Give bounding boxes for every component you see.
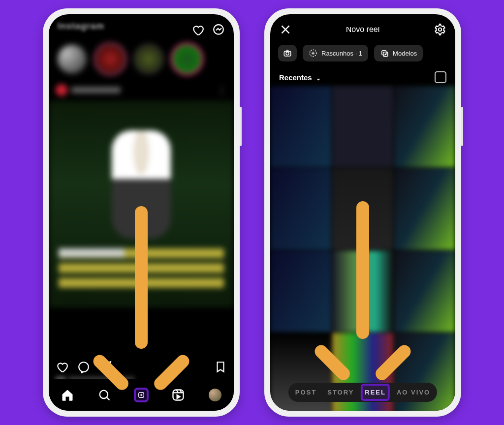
svg-rect-4	[173, 390, 184, 400]
phone-left: Instagram ⋮	[43, 8, 240, 417]
gallery-section-header: Recentes ⌄	[270, 67, 455, 86]
mode-reel[interactable]: REEL	[365, 389, 386, 396]
post-media[interactable]	[49, 101, 234, 307]
gallery-tile[interactable]	[394, 251, 455, 332]
templates-label: Modelos	[393, 50, 417, 57]
svg-point-2	[99, 391, 107, 398]
nav-create-icon[interactable]	[134, 388, 149, 402]
instagram-logo[interactable]: Instagram	[58, 21, 104, 31]
highlight-box	[361, 384, 390, 401]
settings-gear-icon[interactable]	[434, 23, 446, 36]
comment-icon[interactable]	[77, 361, 90, 373]
story-avatar[interactable]	[57, 44, 87, 74]
story-avatar[interactable]	[95, 44, 126, 74]
phone-notch	[114, 14, 168, 27]
stories-tray[interactable]	[49, 37, 234, 79]
messenger-icon[interactable]	[212, 24, 225, 36]
nav-reels-icon[interactable]	[171, 388, 186, 402]
templates-button[interactable]: Modelos	[374, 45, 423, 61]
post-author-name[interactable]	[71, 87, 121, 93]
gallery-tile[interactable]	[332, 168, 393, 249]
close-icon[interactable]	[279, 23, 292, 36]
post-actions	[49, 355, 234, 373]
drafts-button[interactable]: Rascunhos · 1	[303, 45, 368, 61]
gallery-tile[interactable]	[270, 168, 331, 249]
activity-heart-icon[interactable]	[191, 24, 204, 36]
bottom-nav	[49, 379, 234, 411]
post-media-content	[112, 130, 171, 239]
camera-button[interactable]	[278, 45, 297, 61]
chevron-down-icon: ⌄	[316, 75, 321, 82]
post-author-avatar[interactable]	[56, 84, 67, 96]
recents-dropdown[interactable]: Recentes ⌄	[279, 73, 321, 82]
svg-point-1	[79, 362, 89, 372]
nav-search-icon[interactable]	[97, 388, 112, 402]
svg-point-7	[286, 52, 289, 55]
feed-post: ⋮	[49, 79, 234, 355]
gallery-tile[interactable]	[394, 86, 455, 167]
save-icon[interactable]	[214, 361, 227, 373]
story-avatar[interactable]	[172, 44, 202, 74]
post-options-icon[interactable]: ⋮	[217, 84, 227, 96]
mode-live[interactable]: AO VIVO	[397, 389, 430, 396]
gallery-grid[interactable]	[270, 86, 455, 411]
nav-home-icon[interactable]	[60, 388, 75, 402]
share-icon[interactable]	[99, 361, 112, 373]
post-header[interactable]: ⋮	[49, 79, 234, 101]
post-media-overlay	[59, 248, 224, 293]
new-reel-screen: Novo reel Rascunhos · 1 Modelos Recentes…	[270, 14, 455, 411]
gallery-tile[interactable]	[332, 251, 393, 332]
mode-story[interactable]: STORY	[327, 389, 354, 396]
create-mode-selector[interactable]: POST STORY REEL AO VIVO	[288, 383, 437, 402]
story-avatar[interactable]	[133, 44, 164, 74]
phone-right: Novo reel Rascunhos · 1 Modelos Recentes…	[264, 8, 461, 417]
gallery-tile[interactable]	[332, 86, 393, 167]
instagram-feed-screen: Instagram ⋮	[49, 14, 234, 411]
gallery-tile[interactable]	[270, 86, 331, 167]
svg-point-5	[439, 28, 442, 31]
gallery-tile[interactable]	[394, 168, 455, 249]
nav-profile-avatar[interactable]	[208, 388, 222, 402]
like-icon[interactable]	[56, 361, 68, 373]
mode-post[interactable]: POST	[295, 389, 316, 396]
drafts-label: Rascunhos · 1	[321, 50, 362, 57]
phone-notch	[336, 14, 390, 27]
reel-source-row: Rascunhos · 1 Modelos	[270, 39, 455, 67]
gallery-tile[interactable]	[270, 251, 331, 332]
multi-select-icon[interactable]	[435, 71, 446, 83]
